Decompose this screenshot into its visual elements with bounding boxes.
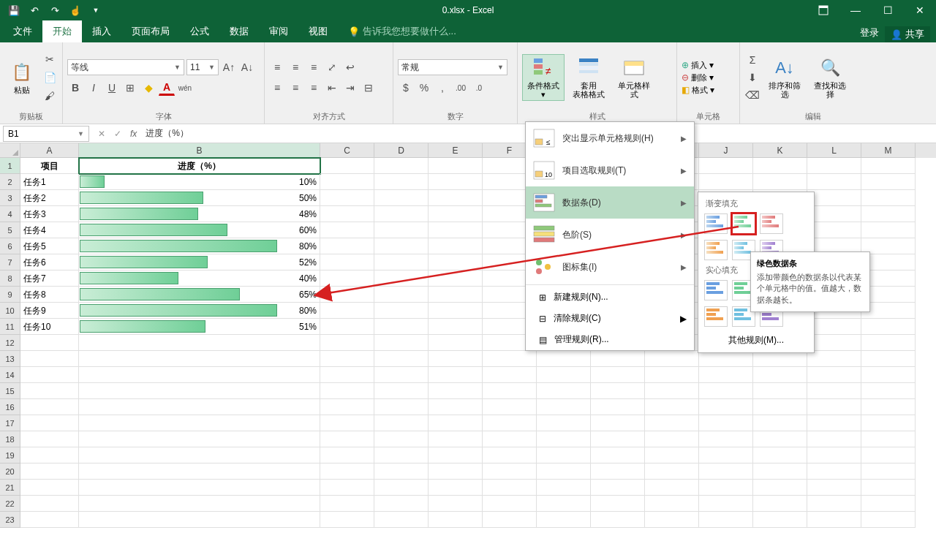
close-icon[interactable]: ✕	[904, 0, 936, 20]
italic-icon[interactable]: I	[86, 80, 102, 96]
cell-J15[interactable]	[699, 383, 753, 399]
cell-L14[interactable]	[807, 367, 861, 383]
font-name-dropdown[interactable]: 等线▼	[67, 59, 184, 75]
increase-font-icon[interactable]: A↑	[221, 59, 237, 75]
cell-D21[interactable]	[374, 480, 429, 496]
row-header[interactable]: 12	[0, 335, 20, 351]
row-header[interactable]: 22	[0, 496, 20, 512]
cell-A8[interactable]: 任务7	[20, 270, 79, 287]
cell-A23[interactable]	[20, 512, 79, 528]
select-all-corner[interactable]	[0, 143, 20, 158]
cell-B23[interactable]	[79, 512, 320, 528]
align-bottom-icon[interactable]: ≡	[306, 59, 322, 75]
cell-H20[interactable]	[591, 463, 645, 480]
cell-K16[interactable]	[753, 399, 807, 415]
cell-E21[interactable]	[429, 480, 483, 496]
customize-qat-icon[interactable]: ▼	[86, 1, 105, 19]
cell-D4[interactable]	[374, 206, 429, 222]
cell-C11[interactable]	[320, 319, 374, 335]
cell-K20[interactable]	[753, 463, 807, 480]
cell-L17[interactable]	[807, 415, 861, 431]
cell-D9[interactable]	[374, 287, 429, 303]
format-painter-icon[interactable]: 🖌	[42, 88, 58, 104]
cell-A10[interactable]: 任务9	[20, 303, 79, 319]
cell-B18[interactable]	[79, 431, 320, 447]
cell-M4[interactable]	[861, 206, 916, 222]
cell-E8[interactable]	[429, 270, 483, 287]
cell-A16[interactable]	[20, 399, 79, 415]
bold-icon[interactable]: B	[67, 80, 83, 96]
cell-F13[interactable]	[483, 351, 537, 367]
cell-H18[interactable]	[591, 431, 645, 447]
cell-J13[interactable]	[699, 351, 753, 367]
merge-cells-icon[interactable]: ⊟	[361, 80, 377, 96]
paste-button[interactable]: 📋粘贴	[4, 59, 39, 96]
comma-icon[interactable]: ,	[434, 80, 450, 96]
cell-I14[interactable]	[645, 367, 699, 383]
touch-toggle-icon[interactable]: ☝	[66, 1, 85, 19]
cell-D19[interactable]	[374, 447, 429, 463]
cell-A4[interactable]: 任务3	[20, 206, 79, 222]
cell-E7[interactable]	[429, 254, 483, 270]
cell-K13[interactable]	[753, 351, 807, 367]
cell-A19[interactable]	[20, 447, 79, 463]
cell-A22[interactable]	[20, 496, 79, 512]
cell-H19[interactable]	[591, 447, 645, 463]
cell-C17[interactable]	[320, 415, 374, 431]
minimize-icon[interactable]: —	[839, 0, 872, 20]
cell-H14[interactable]	[591, 367, 645, 383]
delete-cells-button[interactable]: ⊖删除▾	[682, 72, 714, 83]
cell-A2[interactable]: 任务1	[20, 174, 79, 190]
cell-M2[interactable]	[861, 174, 916, 190]
tab-home[interactable]: 开始	[42, 20, 82, 42]
name-box[interactable]: B1▼	[3, 126, 89, 142]
cell-E19[interactable]	[429, 447, 483, 463]
cell-G19[interactable]	[537, 447, 591, 463]
row-header[interactable]: 14	[0, 367, 20, 383]
cell-C4[interactable]	[320, 206, 374, 222]
cell-D5[interactable]	[374, 222, 429, 238]
cell-M5[interactable]	[861, 222, 916, 238]
align-left-icon[interactable]: ≡	[269, 80, 285, 96]
cell-K1[interactable]	[753, 158, 807, 174]
row-header[interactable]: 17	[0, 415, 20, 431]
cell-B21[interactable]	[79, 480, 320, 496]
cell-D15[interactable]	[374, 383, 429, 399]
cell-M20[interactable]	[861, 463, 916, 480]
db-gradient-orange[interactable]	[704, 240, 728, 260]
cell-M16[interactable]	[861, 399, 916, 415]
currency-icon[interactable]: $	[398, 80, 414, 96]
decrease-indent-icon[interactable]: ⇤	[324, 80, 340, 96]
cell-F18[interactable]	[483, 431, 537, 447]
cell-I18[interactable]	[645, 431, 699, 447]
cell-A18[interactable]	[20, 431, 79, 447]
cell-E23[interactable]	[429, 512, 483, 528]
cell-B11[interactable]: 51%	[79, 319, 320, 335]
cell-C16[interactable]	[320, 399, 374, 415]
cell-C12[interactable]	[320, 335, 374, 351]
row-header[interactable]: 20	[0, 463, 20, 480]
db-solid-blue[interactable]	[704, 280, 728, 300]
wrap-text-icon[interactable]: ↩	[342, 59, 358, 75]
insert-cells-button[interactable]: ⊕插入▾	[682, 60, 714, 71]
cell-B12[interactable]	[79, 335, 320, 351]
cell-M13[interactable]	[861, 351, 916, 367]
cell-I13[interactable]	[645, 351, 699, 367]
row-header[interactable]: 2	[0, 174, 20, 190]
cell-L5[interactable]	[807, 222, 861, 238]
cell-F21[interactable]	[483, 480, 537, 496]
decrease-decimal-icon[interactable]: .0	[471, 80, 487, 96]
cell-F23[interactable]	[483, 512, 537, 528]
align-center-icon[interactable]: ≡	[287, 80, 303, 96]
autosum-icon[interactable]: Σ	[744, 52, 760, 68]
cell-K23[interactable]	[753, 512, 807, 528]
col-header-C[interactable]: C	[320, 143, 374, 158]
col-header-A[interactable]: A	[20, 143, 79, 158]
cf-color-scales[interactable]: 色阶(S)▶	[526, 219, 694, 251]
tab-formulas[interactable]: 公式	[180, 20, 219, 42]
cell-E5[interactable]	[429, 222, 483, 238]
cell-B3[interactable]: 50%	[79, 190, 320, 206]
cell-A1[interactable]: 项目	[20, 158, 79, 174]
cell-D13[interactable]	[374, 351, 429, 367]
cell-B19[interactable]	[79, 447, 320, 463]
